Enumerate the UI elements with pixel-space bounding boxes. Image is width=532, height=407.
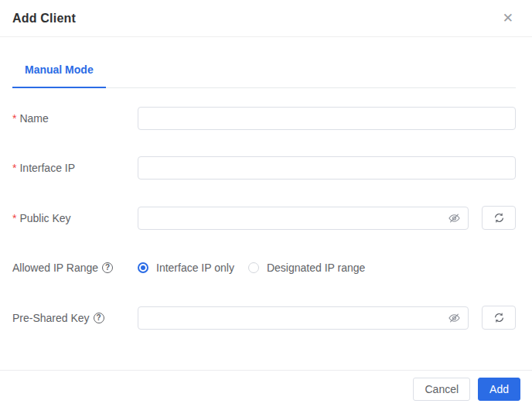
name-input[interactable] xyxy=(138,107,516,130)
close-icon[interactable]: ✕ xyxy=(500,10,517,26)
required-marker: * xyxy=(12,162,16,174)
radio-unselected-icon[interactable] xyxy=(248,262,259,273)
public-key-label: * Public Key xyxy=(12,212,138,224)
interface-ip-control xyxy=(138,156,516,180)
eye-slash-icon[interactable] xyxy=(448,311,461,324)
public-key-label-text: Public Key xyxy=(19,212,70,224)
help-icon[interactable]: ? xyxy=(94,313,104,323)
pre-shared-key-input[interactable] xyxy=(138,306,469,330)
add-button[interactable]: Add xyxy=(478,378,520,401)
radio-interface-ip-only[interactable]: Interface IP only xyxy=(138,262,234,274)
eye-slash-icon[interactable] xyxy=(448,211,461,224)
allowed-ip-range-label-text: Allowed IP Range xyxy=(12,262,98,274)
form-row-allowed-ip-range: Allowed IP Range ? Interface IP only Des… xyxy=(12,256,516,279)
dialog-body: Manual Mode * Name * Interface IP xyxy=(0,37,532,330)
dialog-footer: Cancel Add xyxy=(0,370,532,407)
tabs-bar: Manual Mode xyxy=(12,37,516,88)
pre-shared-key-label: Pre-Shared Key ? xyxy=(12,312,138,324)
form-row-public-key: * Public Key xyxy=(12,206,516,230)
dialog-title: Add Client xyxy=(12,12,76,26)
public-key-input-wrap xyxy=(138,207,469,230)
form-row-name: * Name xyxy=(12,107,516,130)
radio-designated-ip-range[interactable]: Designated IP range xyxy=(248,262,365,274)
interface-ip-input[interactable] xyxy=(138,156,516,180)
radio-designated-ip-range-label: Designated IP range xyxy=(267,262,365,274)
cancel-button[interactable]: Cancel xyxy=(413,378,470,401)
allowed-ip-range-radio-group: Interface IP only Designated IP range xyxy=(138,262,365,274)
required-marker: * xyxy=(12,112,16,125)
name-label-text: Name xyxy=(19,112,48,125)
regenerate-key-button[interactable] xyxy=(482,206,516,230)
name-label: * Name xyxy=(12,112,138,125)
pre-shared-key-label-text: Pre-Shared Key xyxy=(12,312,90,324)
interface-ip-label: * Interface IP xyxy=(12,162,138,174)
radio-selected-icon[interactable] xyxy=(138,262,148,273)
regenerate-key-button[interactable] xyxy=(482,306,516,330)
pre-shared-key-input-wrap xyxy=(138,306,469,330)
radio-interface-ip-only-label: Interface IP only xyxy=(156,262,234,274)
help-icon[interactable]: ? xyxy=(102,262,113,273)
add-client-dialog: Add Client ✕ Manual Mode * Name * Interf… xyxy=(0,0,532,407)
allowed-ip-range-control: Interface IP only Designated IP range xyxy=(138,262,516,274)
allowed-ip-range-label: Allowed IP Range ? xyxy=(12,262,138,274)
form-row-pre-shared-key: Pre-Shared Key ? xyxy=(12,306,516,330)
interface-ip-label-text: Interface IP xyxy=(19,162,75,174)
dialog-header: Add Client ✕ xyxy=(0,0,532,37)
name-control xyxy=(138,107,516,130)
form-row-interface-ip: * Interface IP xyxy=(12,156,516,180)
public-key-control xyxy=(138,206,516,230)
pre-shared-key-control xyxy=(138,306,516,330)
required-marker: * xyxy=(12,212,16,224)
public-key-input[interactable] xyxy=(138,207,469,230)
tab-manual-mode[interactable]: Manual Mode xyxy=(12,62,106,88)
